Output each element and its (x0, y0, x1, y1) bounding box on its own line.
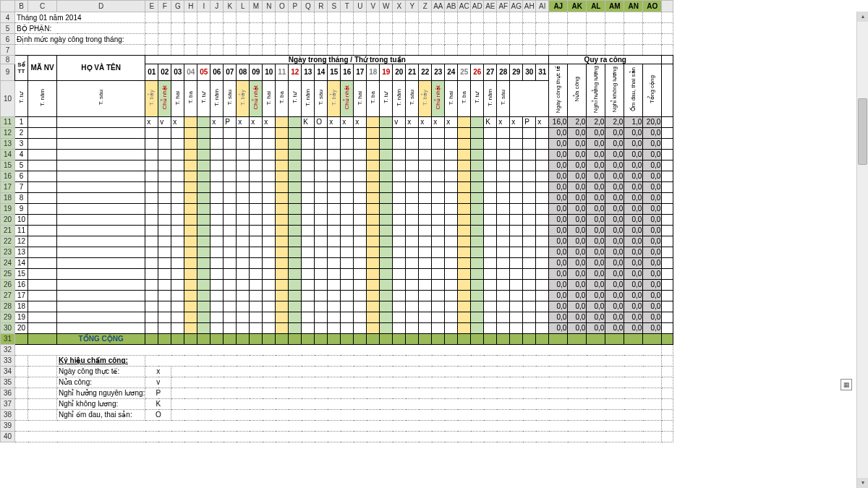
cell[interactable] (471, 45, 484, 56)
mark-cell[interactable] (145, 160, 158, 171)
mark-cell[interactable] (341, 127, 354, 138)
cell[interactable] (471, 12, 484, 23)
mark-cell[interactable] (171, 312, 184, 322)
mark-cell[interactable] (406, 322, 419, 333)
mark-cell[interactable] (224, 312, 237, 322)
cell[interactable] (145, 355, 662, 366)
mark-cell[interactable] (276, 138, 289, 149)
col-header[interactable]: X (393, 1, 406, 12)
mark-cell[interactable] (158, 149, 171, 160)
mark-cell[interactable] (354, 279, 367, 290)
mark-cell[interactable] (302, 181, 315, 192)
mark-cell[interactable] (197, 149, 210, 160)
mark-cell[interactable] (328, 257, 341, 268)
mark-cell[interactable] (406, 127, 419, 138)
mark-cell[interactable] (523, 127, 536, 138)
mark-cell[interactable] (276, 322, 289, 333)
mark-cell[interactable] (380, 257, 393, 268)
mark-cell[interactable] (184, 181, 197, 192)
cell[interactable] (341, 12, 354, 23)
mark-cell[interactable] (210, 127, 224, 138)
col-header[interactable]: U (354, 1, 367, 12)
mark-cell[interactable] (523, 192, 536, 203)
cell[interactable] (406, 23, 419, 34)
cell[interactable] (276, 23, 289, 34)
mark-cell[interactable] (341, 279, 354, 290)
mark-cell[interactable] (354, 236, 367, 247)
name-cell[interactable] (57, 301, 145, 312)
mark-cell[interactable] (419, 268, 432, 279)
mark-cell[interactable] (393, 279, 406, 290)
row-header[interactable]: 36 (1, 388, 15, 398)
mark-cell[interactable] (367, 257, 380, 268)
mark-cell[interactable] (302, 257, 315, 268)
mark-cell[interactable] (354, 181, 367, 192)
mark-cell[interactable] (224, 301, 237, 312)
smart-tag-icon[interactable]: ▦ (841, 379, 852, 390)
mark-cell[interactable] (393, 225, 406, 236)
mark-cell[interactable] (432, 160, 445, 171)
mark-cell[interactable] (328, 214, 341, 225)
mark-cell[interactable] (158, 279, 171, 290)
mark-cell[interactable] (523, 138, 536, 149)
mark-cell[interactable] (497, 138, 510, 149)
mark-cell[interactable] (145, 127, 158, 138)
mark-cell[interactable]: x (536, 116, 549, 127)
cell[interactable] (367, 45, 380, 56)
manv-cell[interactable] (28, 279, 57, 290)
mark-cell[interactable] (536, 127, 549, 138)
mark-cell[interactable] (289, 181, 302, 192)
mark-cell[interactable] (497, 171, 510, 181)
mark-cell[interactable] (289, 149, 302, 160)
mark-cell[interactable] (510, 225, 523, 236)
mark-cell[interactable] (458, 257, 471, 268)
cell[interactable] (406, 34, 419, 45)
mark-cell[interactable] (315, 301, 328, 312)
cell[interactable] (624, 12, 643, 23)
row-header[interactable]: 4 (1, 12, 15, 23)
mark-cell[interactable] (458, 127, 471, 138)
mark-cell[interactable] (184, 279, 197, 290)
row-header[interactable]: 10 (1, 80, 15, 116)
cell[interactable] (263, 34, 276, 45)
cell[interactable] (624, 23, 643, 34)
mark-cell[interactable] (328, 181, 341, 192)
mark-cell[interactable] (484, 322, 497, 333)
mark-cell[interactable] (158, 203, 171, 214)
name-cell[interactable] (57, 127, 145, 138)
name-cell[interactable] (57, 171, 145, 181)
name-cell[interactable] (57, 181, 145, 192)
mark-cell[interactable] (445, 290, 458, 301)
cell[interactable] (158, 23, 171, 34)
mark-cell[interactable] (328, 192, 341, 203)
mark-cell[interactable] (393, 214, 406, 225)
cell[interactable] (354, 12, 367, 23)
cell[interactable] (210, 45, 224, 56)
cell[interactable] (393, 12, 406, 23)
mark-cell[interactable] (354, 268, 367, 279)
mark-cell[interactable] (484, 301, 497, 312)
mark-cell[interactable] (328, 312, 341, 322)
cell[interactable] (536, 23, 549, 34)
mark-cell[interactable] (458, 290, 471, 301)
mark-cell[interactable] (523, 214, 536, 225)
cell[interactable] (510, 23, 523, 34)
mark-cell[interactable] (510, 279, 523, 290)
mark-cell[interactable] (250, 203, 263, 214)
mark-cell[interactable] (171, 192, 184, 203)
manv-cell[interactable] (28, 290, 57, 301)
mark-cell[interactable] (393, 203, 406, 214)
mark-cell[interactable] (484, 214, 497, 225)
mark-cell[interactable] (210, 171, 224, 181)
mark-cell[interactable] (197, 171, 210, 181)
cell[interactable] (536, 45, 549, 56)
cell[interactable] (471, 23, 484, 34)
mark-cell[interactable] (458, 322, 471, 333)
row-header[interactable]: 32 (1, 344, 15, 355)
mark-cell[interactable] (276, 268, 289, 279)
manv-cell[interactable] (28, 214, 57, 225)
mark-cell[interactable] (432, 279, 445, 290)
mark-cell[interactable] (250, 268, 263, 279)
mark-cell[interactable] (276, 181, 289, 192)
mark-cell[interactable] (484, 312, 497, 322)
